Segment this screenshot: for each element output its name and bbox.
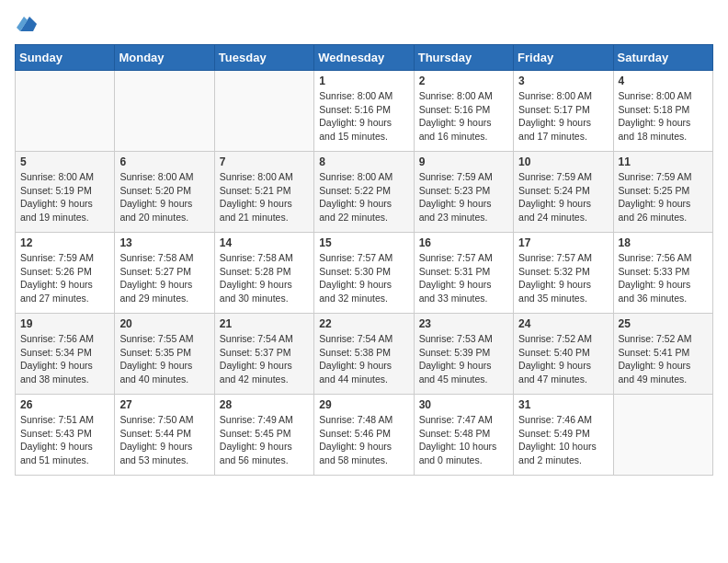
day-info: Sunrise: 8:00 AM Sunset: 5:21 PM Dayligh…: [220, 170, 309, 224]
day-number: 28: [220, 398, 309, 411]
calendar-cell: 23Sunrise: 7:53 AM Sunset: 5:39 PM Dayli…: [414, 314, 513, 395]
day-info: Sunrise: 7:54 AM Sunset: 5:37 PM Dayligh…: [220, 332, 309, 386]
calendar-week-row: 1Sunrise: 8:00 AM Sunset: 5:16 PM Daylig…: [16, 71, 713, 152]
calendar-week-row: 5Sunrise: 8:00 AM Sunset: 5:19 PM Daylig…: [16, 152, 713, 233]
day-info: Sunrise: 7:59 AM Sunset: 5:24 PM Dayligh…: [518, 170, 608, 224]
calendar-cell: 6Sunrise: 8:00 AM Sunset: 5:20 PM Daylig…: [115, 152, 214, 233]
day-number: 15: [319, 236, 408, 249]
day-number: 22: [319, 317, 408, 330]
day-info: Sunrise: 7:57 AM Sunset: 5:31 PM Dayligh…: [419, 251, 508, 305]
day-number: 29: [319, 398, 408, 411]
calendar-cell: 24Sunrise: 7:52 AM Sunset: 5:40 PM Dayli…: [514, 314, 613, 395]
day-number: 10: [518, 155, 608, 168]
day-info: Sunrise: 7:50 AM Sunset: 5:44 PM Dayligh…: [119, 413, 209, 467]
day-number: 30: [419, 398, 508, 411]
day-info: Sunrise: 7:57 AM Sunset: 5:32 PM Dayligh…: [518, 251, 608, 305]
weekday-header-saturday: Saturday: [613, 45, 712, 71]
day-info: Sunrise: 8:00 AM Sunset: 5:19 PM Dayligh…: [20, 170, 109, 224]
calendar-cell: 31Sunrise: 7:46 AM Sunset: 5:49 PM Dayli…: [514, 395, 613, 476]
day-info: Sunrise: 7:47 AM Sunset: 5:48 PM Dayligh…: [419, 413, 508, 467]
calendar-cell: [115, 71, 214, 152]
calendar-cell: 17Sunrise: 7:57 AM Sunset: 5:32 PM Dayli…: [514, 233, 613, 314]
calendar-cell: 14Sunrise: 7:58 AM Sunset: 5:28 PM Dayli…: [214, 233, 313, 314]
day-number: 18: [619, 236, 708, 249]
day-info: Sunrise: 7:58 AM Sunset: 5:28 PM Dayligh…: [220, 251, 309, 305]
day-number: 24: [518, 317, 608, 330]
day-info: Sunrise: 7:51 AM Sunset: 5:43 PM Dayligh…: [20, 413, 109, 467]
calendar-week-row: 26Sunrise: 7:51 AM Sunset: 5:43 PM Dayli…: [16, 395, 713, 476]
page-header: [15, 15, 713, 35]
calendar-week-row: 19Sunrise: 7:56 AM Sunset: 5:34 PM Dayli…: [16, 314, 713, 395]
day-info: Sunrise: 8:00 AM Sunset: 5:16 PM Dayligh…: [419, 89, 508, 144]
calendar-cell: 16Sunrise: 7:57 AM Sunset: 5:31 PM Dayli…: [414, 233, 513, 314]
day-info: Sunrise: 7:59 AM Sunset: 5:23 PM Dayligh…: [419, 170, 508, 224]
day-number: 20: [119, 317, 209, 330]
weekday-header-friday: Friday: [514, 45, 613, 71]
day-number: 14: [220, 236, 309, 249]
calendar-cell: 11Sunrise: 7:59 AM Sunset: 5:25 PM Dayli…: [613, 152, 712, 233]
weekday-header-monday: Monday: [115, 45, 214, 71]
day-info: Sunrise: 7:57 AM Sunset: 5:30 PM Dayligh…: [319, 251, 408, 305]
day-number: 3: [518, 75, 608, 87]
calendar-cell: 9Sunrise: 7:59 AM Sunset: 5:23 PM Daylig…: [414, 152, 513, 233]
calendar-cell: 19Sunrise: 7:56 AM Sunset: 5:34 PM Dayli…: [16, 314, 115, 395]
day-info: Sunrise: 7:59 AM Sunset: 5:26 PM Dayligh…: [20, 251, 109, 305]
calendar-cell: [613, 395, 712, 476]
weekday-header-wednesday: Wednesday: [314, 45, 414, 71]
day-number: 17: [518, 236, 608, 249]
day-info: Sunrise: 8:00 AM Sunset: 5:16 PM Dayligh…: [319, 89, 408, 144]
weekday-header-tuesday: Tuesday: [214, 45, 313, 71]
calendar-cell: 8Sunrise: 8:00 AM Sunset: 5:22 PM Daylig…: [314, 152, 414, 233]
day-number: 26: [20, 398, 109, 411]
day-info: Sunrise: 8:00 AM Sunset: 5:22 PM Dayligh…: [319, 170, 408, 224]
day-info: Sunrise: 7:49 AM Sunset: 5:45 PM Dayligh…: [220, 413, 309, 467]
day-number: 21: [220, 317, 309, 330]
day-info: Sunrise: 7:53 AM Sunset: 5:39 PM Dayligh…: [419, 332, 508, 386]
calendar-cell: 15Sunrise: 7:57 AM Sunset: 5:30 PM Dayli…: [314, 233, 414, 314]
calendar-cell: 12Sunrise: 7:59 AM Sunset: 5:26 PM Dayli…: [16, 233, 115, 314]
calendar-cell: [16, 71, 115, 152]
calendar-table: SundayMondayTuesdayWednesdayThursdayFrid…: [15, 44, 713, 476]
calendar-cell: 13Sunrise: 7:58 AM Sunset: 5:27 PM Dayli…: [115, 233, 214, 314]
day-info: Sunrise: 7:46 AM Sunset: 5:49 PM Dayligh…: [518, 413, 608, 467]
day-info: Sunrise: 7:58 AM Sunset: 5:27 PM Dayligh…: [119, 251, 209, 305]
calendar-cell: 30Sunrise: 7:47 AM Sunset: 5:48 PM Dayli…: [414, 395, 513, 476]
calendar-week-row: 12Sunrise: 7:59 AM Sunset: 5:26 PM Dayli…: [16, 233, 713, 314]
day-info: Sunrise: 7:59 AM Sunset: 5:25 PM Dayligh…: [619, 170, 708, 224]
day-info: Sunrise: 8:00 AM Sunset: 5:17 PM Dayligh…: [518, 89, 608, 144]
day-info: Sunrise: 7:55 AM Sunset: 5:35 PM Dayligh…: [119, 332, 209, 386]
calendar-cell: 22Sunrise: 7:54 AM Sunset: 5:38 PM Dayli…: [314, 314, 414, 395]
calendar-cell: [214, 71, 313, 152]
weekday-header-sunday: Sunday: [16, 45, 115, 71]
day-info: Sunrise: 7:54 AM Sunset: 5:38 PM Dayligh…: [319, 332, 408, 386]
calendar-cell: 25Sunrise: 7:52 AM Sunset: 5:41 PM Dayli…: [613, 314, 712, 395]
calendar-cell: 26Sunrise: 7:51 AM Sunset: 5:43 PM Dayli…: [16, 395, 115, 476]
weekday-header-thursday: Thursday: [414, 45, 513, 71]
day-number: 5: [20, 155, 109, 168]
logo: [15, 15, 37, 35]
calendar-cell: 18Sunrise: 7:56 AM Sunset: 5:33 PM Dayli…: [613, 233, 712, 314]
day-number: 11: [619, 155, 708, 168]
calendar-cell: 3Sunrise: 8:00 AM Sunset: 5:17 PM Daylig…: [514, 71, 613, 152]
calendar-cell: 7Sunrise: 8:00 AM Sunset: 5:21 PM Daylig…: [214, 152, 313, 233]
day-number: 25: [619, 317, 708, 330]
calendar-cell: 20Sunrise: 7:55 AM Sunset: 5:35 PM Dayli…: [115, 314, 214, 395]
day-number: 23: [419, 317, 508, 330]
calendar-cell: 10Sunrise: 7:59 AM Sunset: 5:24 PM Dayli…: [514, 152, 613, 233]
day-info: Sunrise: 7:56 AM Sunset: 5:34 PM Dayligh…: [20, 332, 109, 386]
day-info: Sunrise: 7:52 AM Sunset: 5:40 PM Dayligh…: [518, 332, 608, 386]
day-info: Sunrise: 8:00 AM Sunset: 5:18 PM Dayligh…: [619, 89, 708, 144]
calendar-cell: 4Sunrise: 8:00 AM Sunset: 5:18 PM Daylig…: [613, 71, 712, 152]
day-number: 1: [319, 75, 408, 87]
calendar-cell: 29Sunrise: 7:48 AM Sunset: 5:46 PM Dayli…: [314, 395, 414, 476]
day-number: 31: [518, 398, 608, 411]
day-info: Sunrise: 8:00 AM Sunset: 5:20 PM Dayligh…: [119, 170, 209, 224]
day-info: Sunrise: 7:52 AM Sunset: 5:41 PM Dayligh…: [619, 332, 708, 386]
calendar-cell: 5Sunrise: 8:00 AM Sunset: 5:19 PM Daylig…: [16, 152, 115, 233]
weekday-header-row: SundayMondayTuesdayWednesdayThursdayFrid…: [16, 45, 713, 71]
day-number: 12: [20, 236, 109, 249]
calendar-cell: 2Sunrise: 8:00 AM Sunset: 5:16 PM Daylig…: [414, 71, 513, 152]
day-number: 13: [119, 236, 209, 249]
calendar-cell: 21Sunrise: 7:54 AM Sunset: 5:37 PM Dayli…: [214, 314, 313, 395]
day-number: 7: [220, 155, 309, 168]
